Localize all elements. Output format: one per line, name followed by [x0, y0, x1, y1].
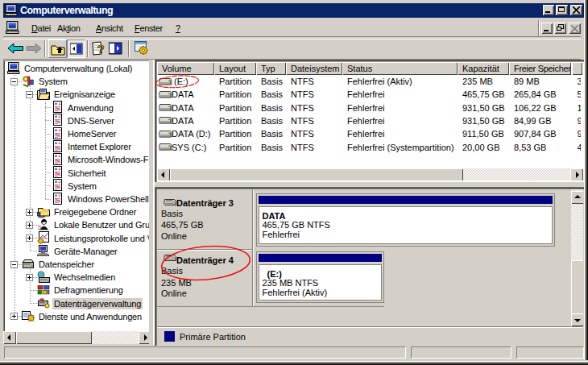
svg-text:?: ?: [97, 43, 105, 56]
